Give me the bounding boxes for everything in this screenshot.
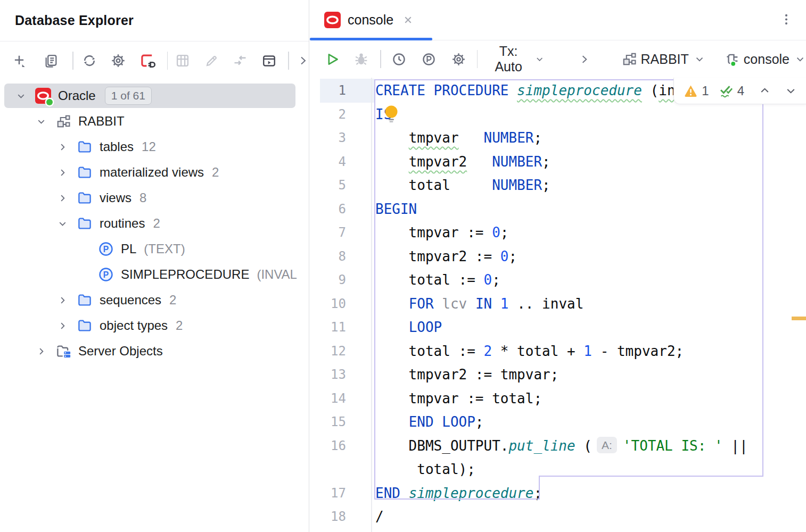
code-line-4[interactable]: tmpvar2 NUMBER; — [375, 150, 550, 174]
code-line-11[interactable]: LOOP — [375, 315, 442, 339]
tree-item-object-types[interactable]: object types2 — [0, 313, 309, 338]
line-number-11: 11 — [310, 315, 346, 339]
console-settings-button[interactable] — [450, 51, 467, 68]
data-source-counter-badge: 1 of 61 — [105, 87, 152, 105]
line-number-2: 2 — [310, 103, 346, 127]
code-line-13[interactable]: tmpvar2 := tmpvar; — [375, 363, 558, 387]
tree-item-oracle[interactable]: Oracle1 of 61 — [0, 83, 309, 109]
duplicate-button[interactable] — [43, 52, 60, 69]
tree-chevron-right-icon[interactable] — [56, 141, 77, 153]
explain-plan-button[interactable] — [421, 51, 438, 68]
toolbar-separator — [72, 52, 73, 70]
code-line-14[interactable]: tmpvar := total; — [375, 387, 542, 411]
checkmark-icon — [719, 84, 734, 98]
warnings-indicator[interactable]: 1 — [684, 84, 709, 98]
debug-button — [352, 51, 369, 68]
tree-chevron-down-icon[interactable] — [35, 115, 55, 128]
data-source-settings-button[interactable] — [110, 52, 127, 69]
code-line-3[interactable]: tmpvar NUMBER; — [375, 126, 542, 150]
line-number-10: 10 — [310, 292, 346, 316]
tree-item-rabbit[interactable]: RABBIT — [0, 109, 309, 134]
active-tab-underline — [310, 38, 432, 40]
run-button[interactable] — [324, 51, 341, 68]
code-line-wrap[interactable]: total); — [375, 458, 475, 481]
more-toolbar-button[interactable] — [294, 52, 310, 69]
editor-options-kebab-icon[interactable] — [779, 12, 793, 28]
folder-icon — [77, 139, 93, 155]
code-line-12[interactable]: total := 2 * total + 1 - tmpvar2; — [375, 339, 684, 363]
transaction-mode-label: Tx: Auto — [487, 44, 530, 74]
folder-icon — [77, 292, 93, 308]
item-type-suffix: (TEXT) — [144, 242, 185, 256]
line-number-7: 7 — [310, 221, 346, 245]
line-number-17: 17 — [310, 481, 346, 505]
item-count: 2 — [153, 216, 160, 231]
tree-item-server-objects[interactable]: Server Objects — [0, 338, 309, 364]
warnings-count: 1 — [702, 84, 709, 98]
passed-inspections-indicator[interactable]: 4 — [719, 84, 744, 98]
tree-chevron-right-icon[interactable] — [56, 320, 77, 332]
tree-chevron-right-icon[interactable] — [56, 294, 77, 306]
previous-problem-button[interactable] — [758, 84, 771, 97]
code-line-16[interactable]: DBMS_OUTPUT.put_line (A:'TOTAL IS: ' || — [375, 434, 748, 458]
warning-scrollbar-marker[interactable] — [792, 317, 806, 320]
tab-label: console — [348, 12, 393, 28]
history-button[interactable] — [391, 51, 408, 68]
tree-chevron-right-icon[interactable] — [35, 345, 55, 358]
toolbar-overflow-chevron[interactable] — [576, 51, 593, 68]
connection-active-dot — [46, 99, 53, 105]
session-select[interactable]: console — [725, 51, 806, 67]
code-line-18[interactable]: / — [375, 505, 384, 529]
schema-icon — [55, 113, 71, 129]
tree-chevron-right-icon[interactable] — [56, 167, 77, 179]
line-number-12: 12 — [310, 339, 346, 363]
session-plug-icon — [725, 51, 741, 67]
code-line-10[interactable]: FOR lcv IN 1 .. inval — [375, 292, 583, 316]
sql-editor[interactable]: 123456789101112131415161718 CREATE PROCE… — [310, 78, 806, 532]
tree-chevron-down-icon[interactable] — [56, 218, 77, 230]
tree-item-materialized-views[interactable]: materialized views2 — [0, 160, 309, 185]
tree-item-pl[interactable]: PPL(TEXT) — [0, 236, 309, 262]
warning-icon — [684, 84, 698, 98]
folder-icon — [77, 164, 93, 180]
tree-item-tables[interactable]: tables12 — [0, 134, 309, 160]
disconnect-button[interactable] — [138, 52, 158, 69]
tree-item-simpleprocedure[interactable]: PSIMPLEPROCEDURE(INVAL — [0, 262, 309, 287]
transaction-mode-select[interactable]: Tx: Auto — [487, 44, 545, 74]
code-line-6[interactable]: BEGIN — [375, 197, 417, 221]
next-problem-button[interactable] — [784, 84, 797, 97]
refresh-button[interactable] — [81, 52, 98, 69]
code-line-9[interactable]: total := 0; — [375, 268, 500, 292]
code-line-1[interactable]: CREATE PROCEDURE simpleprocedure (inval — [375, 79, 701, 103]
code-line-7[interactable]: tmpvar := 0; — [375, 221, 508, 245]
tree-item-label: RABBIT — [78, 114, 125, 129]
code-line-8[interactable]: tmpvar2 := 0; — [375, 245, 517, 269]
tree-chevron-right-icon[interactable] — [56, 192, 77, 204]
dropdown-corner — [22, 64, 25, 67]
tree-item-label: Oracle — [58, 88, 96, 103]
tree-item-label: SIMPLEPROCEDURE — [121, 267, 249, 282]
code-line-15[interactable]: END LOOP; — [375, 410, 484, 434]
chevron-down-icon — [784, 84, 797, 97]
line-number-15: 15 — [310, 410, 346, 434]
tab-console[interactable]: console — [310, 0, 430, 40]
intention-lightbulb-icon[interactable] — [383, 105, 399, 126]
item-count: 2 — [212, 165, 219, 180]
open-query-console-button[interactable] — [260, 52, 277, 69]
tree-chevron-down-icon[interactable] — [15, 90, 35, 102]
add-button[interactable] — [11, 52, 28, 69]
close-tab-icon[interactable] — [402, 14, 414, 26]
gutter-separator — [371, 78, 372, 532]
line-number-1: 1 — [310, 79, 346, 103]
svg-text:P: P — [103, 245, 109, 254]
code-line-17[interactable]: END simpleprocedure; — [375, 481, 542, 505]
folder-icon — [77, 318, 93, 334]
schema-select[interactable]: RABBIT — [622, 52, 705, 67]
tree-item-sequences[interactable]: sequences2 — [0, 287, 309, 313]
tree-item-label: object types — [100, 318, 168, 333]
tree-item-routines[interactable]: routines2 — [0, 211, 309, 236]
server-objects-icon — [55, 343, 71, 359]
table-data-button — [174, 52, 191, 69]
tree-item-views[interactable]: views8 — [0, 185, 309, 211]
code-line-5[interactable]: total NUMBER; — [375, 173, 550, 197]
